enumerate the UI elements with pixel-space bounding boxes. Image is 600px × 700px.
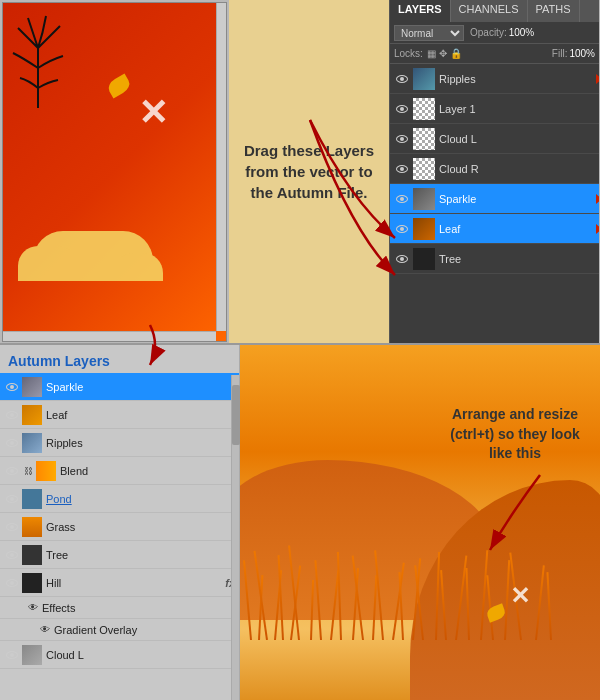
al-thumb-tree xyxy=(22,545,42,565)
grass-line-29 xyxy=(546,572,552,640)
grass-line-7 xyxy=(288,545,300,640)
fill-value: 100% xyxy=(569,48,595,59)
al-row-ripples[interactable]: Ripples xyxy=(0,429,239,457)
al-row-pond[interactable]: Pond xyxy=(0,485,239,513)
al-name-hill: Hill xyxy=(46,577,61,589)
al-thumb-sparkle xyxy=(22,377,42,397)
al-eye-cloudl[interactable] xyxy=(4,647,20,663)
grass-line-20 xyxy=(435,552,440,640)
canvas-scrollbar-h[interactable] xyxy=(3,331,216,341)
grass-line-9 xyxy=(314,560,322,640)
al-eye-sparkle[interactable] xyxy=(4,379,20,395)
al-row-hill[interactable]: Hill fx xyxy=(0,569,239,597)
autumn-canvas: ✕ Arrange and resize (ctrl+t) so they lo… xyxy=(240,345,600,700)
layer-row-leaf[interactable]: Leaf xyxy=(390,214,599,244)
al-eye-ripples[interactable] xyxy=(4,435,20,451)
layer-row-ripples[interactable]: Ripples xyxy=(390,64,599,94)
effects-eye-icon[interactable]: 👁 xyxy=(28,602,38,613)
layers-panel: LAYERS CHANNELS PATHS Normal Opacity: 10… xyxy=(389,0,599,343)
layer-name-cloudl: Cloud L xyxy=(439,133,595,145)
grass-line-23 xyxy=(465,568,470,640)
eye-ripples[interactable] xyxy=(394,71,410,87)
al-thumb-hill xyxy=(22,573,42,593)
layer-row-layer1[interactable]: Layer 1 xyxy=(390,94,599,124)
al-eye-tree[interactable] xyxy=(4,547,20,563)
al-eye-pond[interactable] xyxy=(4,491,20,507)
eye-cloudl[interactable] xyxy=(394,131,410,147)
al-thumb-leaf xyxy=(22,405,42,425)
eye-cloudr[interactable] xyxy=(394,161,410,177)
tab-paths[interactable]: PATHS xyxy=(528,0,580,22)
autumn-layers-list: Sparkle Leaf Ripples ⛓ Blend xyxy=(0,373,239,669)
layer-row-cloudr[interactable]: Cloud R xyxy=(390,154,599,184)
layers-tabs: LAYERS CHANNELS PATHS xyxy=(390,0,599,22)
arrow-sparkle-icon xyxy=(596,194,599,204)
al-row-cloudl[interactable]: Cloud L xyxy=(0,641,239,669)
eye-sparkle[interactable] xyxy=(394,191,410,207)
fill-label: Fill: xyxy=(552,48,568,59)
layer-name-tree: Tree xyxy=(439,253,595,265)
al-thumb-grass xyxy=(22,517,42,537)
layers-list: Ripples Layer 1 Cloud L Cloud R xyxy=(390,64,599,343)
thumb-sparkle xyxy=(413,188,435,210)
lock-checkerboard-icon[interactable]: ▦ xyxy=(427,48,436,59)
locks-label: Locks: xyxy=(394,48,423,59)
al-chain-blend: ⛓ xyxy=(22,463,34,479)
layer-name-ripples: Ripples xyxy=(439,73,595,85)
arrow-ripples-icon xyxy=(596,74,599,84)
canvas-area: ✕ xyxy=(2,2,227,342)
thumb-tree xyxy=(413,248,435,270)
al-name-grass: Grass xyxy=(46,521,75,533)
al-row-tree[interactable]: Tree xyxy=(0,541,239,569)
gradient-eye-icon[interactable]: 👁 xyxy=(40,624,50,635)
tab-layers[interactable]: LAYERS xyxy=(390,0,451,22)
drag-instruction-text: Drag these Layers from the vector to the… xyxy=(239,140,379,203)
opacity-value: 100% xyxy=(509,27,535,38)
lock-move-icon[interactable]: ✥ xyxy=(439,48,447,59)
al-eye-grass[interactable] xyxy=(4,519,20,535)
al-row-leaf[interactable]: Leaf xyxy=(0,401,239,429)
al-sub-effects: 👁 Effects xyxy=(0,597,239,619)
al-sub-name-gradient: Gradient Overlay xyxy=(54,624,137,636)
canvas-leaf xyxy=(105,74,132,99)
al-name-tree: Tree xyxy=(46,549,68,561)
thumb-ripples xyxy=(413,68,435,90)
layer-row-cloudl[interactable]: Cloud L xyxy=(390,124,599,154)
al-sub-gradient-overlay: 👁 Gradient Overlay xyxy=(0,619,239,641)
grass-line-3 xyxy=(253,551,268,640)
scrollbar-thumb[interactable] xyxy=(232,385,240,445)
al-thumb-blend xyxy=(36,461,56,481)
eye-layer1[interactable] xyxy=(394,101,410,117)
eye-tree[interactable] xyxy=(394,251,410,267)
al-name-blend: Blend xyxy=(60,465,88,477)
al-name-ripples: Ripples xyxy=(46,437,83,449)
canvas-scrollbar-v[interactable] xyxy=(216,3,226,331)
layer-row-sparkle[interactable]: Sparkle xyxy=(390,184,599,214)
tree-silhouette-icon xyxy=(8,8,68,108)
eye-leaf[interactable] xyxy=(394,221,410,237)
bottom-section: Autumn Layers Sparkle Leaf Ripples xyxy=(0,345,600,700)
layer-row-tree[interactable]: Tree xyxy=(390,244,599,274)
al-thumb-ripples xyxy=(22,433,42,453)
al-eye-hill[interactable] xyxy=(4,575,20,591)
canvas-image: ✕ xyxy=(3,3,226,341)
al-eye-leaf[interactable] xyxy=(4,407,20,423)
opacity-label: Opacity: xyxy=(470,27,507,38)
grass-line-21 xyxy=(440,570,447,640)
al-row-sparkle[interactable]: Sparkle xyxy=(0,373,239,401)
al-thumb-pond xyxy=(22,489,42,509)
autumn-panel-scrollbar[interactable] xyxy=(231,375,239,700)
layer-name-sparkle: Sparkle xyxy=(439,193,595,205)
thumb-cloudr xyxy=(413,158,435,180)
lock-all-icon[interactable]: 🔒 xyxy=(450,48,462,59)
blend-mode-select[interactable]: Normal xyxy=(394,25,464,41)
layer-name-cloudr: Cloud R xyxy=(439,163,595,175)
al-eye-blend[interactable] xyxy=(4,463,20,479)
tab-channels[interactable]: CHANNELS xyxy=(451,0,528,22)
autumn-panel: Autumn Layers Sparkle Leaf Ripples xyxy=(0,345,240,700)
top-section: ✕ Drag these Layers from the vector to t… xyxy=(0,0,600,345)
grass-line-11 xyxy=(337,552,342,640)
x-mark: ✕ xyxy=(133,93,173,133)
al-row-blend[interactable]: ⛓ Blend xyxy=(0,457,239,485)
al-row-grass[interactable]: Grass xyxy=(0,513,239,541)
